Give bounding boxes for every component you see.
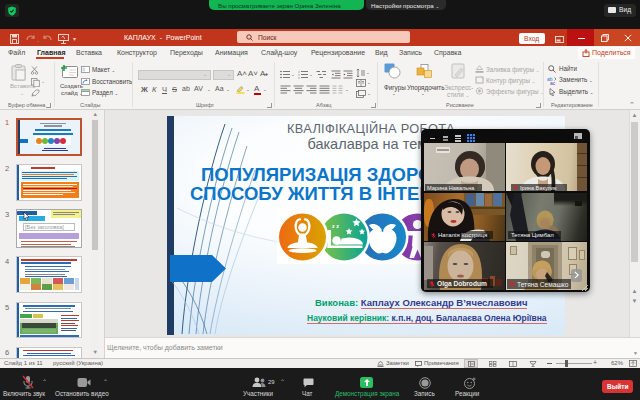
svg-text:z z: z z xyxy=(332,223,339,229)
